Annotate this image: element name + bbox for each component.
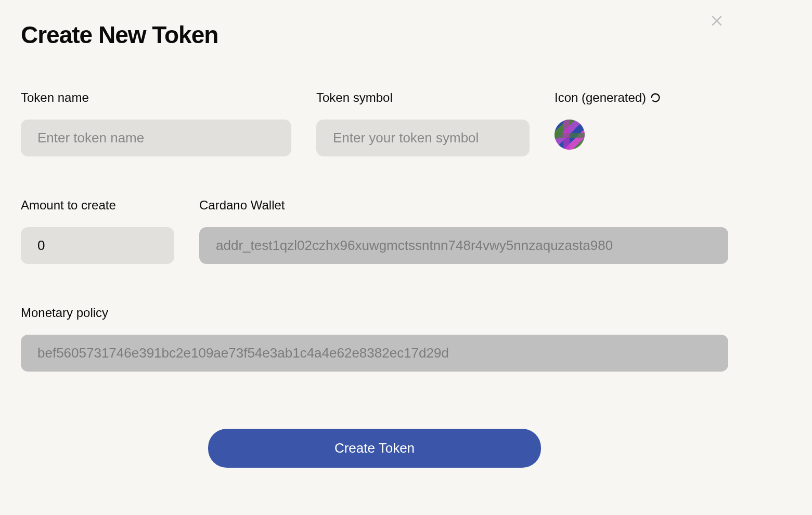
close-icon (711, 12, 723, 31)
policy-group: Monetary policy (21, 306, 728, 372)
close-button[interactable] (711, 13, 723, 30)
submit-row: Create Token (21, 429, 728, 468)
token-name-input[interactable] (21, 120, 291, 156)
icon-group: Icon (generated) (555, 90, 661, 150)
refresh-icon[interactable] (650, 93, 661, 103)
modal-title: Create New Token (21, 21, 728, 49)
wallet-label: Cardano Wallet (199, 198, 728, 213)
amount-input[interactable] (21, 227, 174, 264)
policy-label: Monetary policy (21, 306, 728, 320)
amount-group: Amount to create (21, 198, 174, 264)
token-symbol-input[interactable] (316, 120, 530, 156)
form-row-3: Monetary policy (21, 306, 728, 372)
policy-input (21, 335, 728, 372)
wallet-group: Cardano Wallet (199, 198, 728, 264)
form-row-2: Amount to create Cardano Wallet (21, 198, 728, 264)
wallet-input (199, 227, 728, 264)
token-name-group: Token name (21, 90, 291, 156)
icon-label-text: Icon (generated) (555, 90, 646, 105)
icon-label: Icon (generated) (555, 90, 661, 105)
token-symbol-group: Token symbol (316, 90, 530, 156)
form-row-1: Token name Token symbol Icon (generated) (21, 90, 728, 156)
token-symbol-label: Token symbol (316, 90, 530, 105)
create-token-modal: Create New Token Token name Token symbol… (21, 21, 728, 468)
create-token-button[interactable]: Create Token (208, 429, 541, 468)
amount-label: Amount to create (21, 198, 174, 213)
token-name-label: Token name (21, 90, 291, 105)
generated-icon-preview (555, 120, 585, 150)
